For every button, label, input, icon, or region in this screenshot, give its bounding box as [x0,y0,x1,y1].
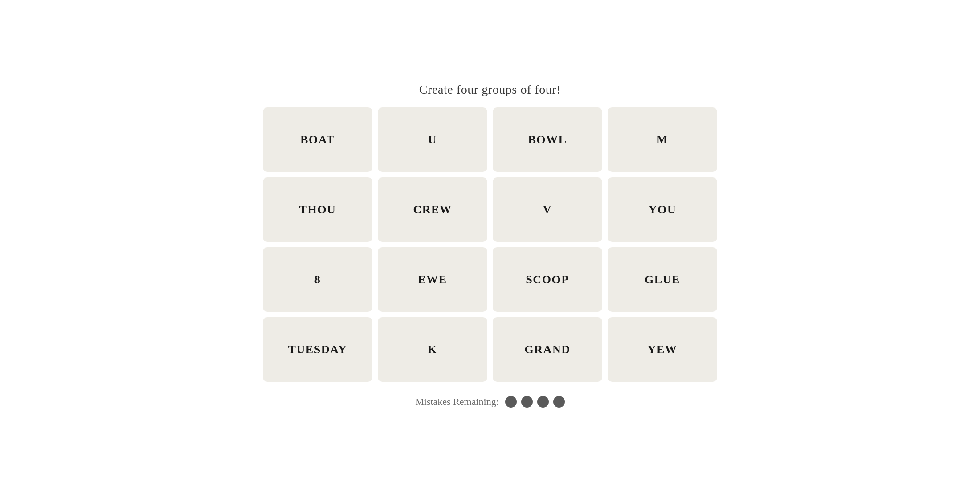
tile-label-tuesday: TUESDAY [288,343,347,356]
tile-label-8: 8 [314,273,321,286]
tile-label-thou: THOU [299,203,336,216]
tile-boat[interactable]: BOAT [263,107,372,172]
tile-label-k: K [428,343,437,356]
tile-m[interactable]: M [608,107,717,172]
mistakes-dots [505,396,565,408]
tile-crew[interactable]: CREW [378,177,487,242]
tile-label-glue: GLUE [645,273,680,286]
tile-label-v: V [543,203,552,216]
tile-scoop[interactable]: SCOOP [493,247,602,312]
tile-label-you: YOU [649,203,676,216]
mistake-dot-2 [521,396,533,408]
tile-label-yew: YEW [648,343,678,356]
tile-you[interactable]: YOU [608,177,717,242]
tile-u[interactable]: U [378,107,487,172]
game-container: Create four groups of four! BOATUBOWLMTH… [245,82,735,408]
tile-label-bowl: BOWL [528,133,567,147]
mistakes-row: Mistakes Remaining: [415,396,565,408]
tile-label-grand: GRAND [524,343,570,356]
game-subtitle: Create four groups of four! [419,82,561,97]
tile-grid: BOATUBOWLMTHOUCREWVYOU8EWESCOOPGLUETUESD… [263,107,717,382]
tile-bowl[interactable]: BOWL [493,107,602,172]
tile-label-scoop: SCOOP [526,273,569,286]
tile-ewe[interactable]: EWE [378,247,487,312]
mistakes-label: Mistakes Remaining: [415,396,499,408]
tile-8[interactable]: 8 [263,247,372,312]
tile-grand[interactable]: GRAND [493,317,602,382]
tile-k[interactable]: K [378,317,487,382]
mistake-dot-4 [553,396,565,408]
tile-tuesday[interactable]: TUESDAY [263,317,372,382]
mistake-dot-3 [537,396,549,408]
tile-v[interactable]: V [493,177,602,242]
tile-label-u: U [428,133,437,147]
tile-glue[interactable]: GLUE [608,247,717,312]
tile-label-ewe: EWE [418,273,447,286]
tile-label-boat: BOAT [300,133,335,147]
mistake-dot-1 [505,396,517,408]
tile-label-m: M [657,133,668,147]
tile-thou[interactable]: THOU [263,177,372,242]
tile-yew[interactable]: YEW [608,317,717,382]
tile-label-crew: CREW [413,203,452,216]
